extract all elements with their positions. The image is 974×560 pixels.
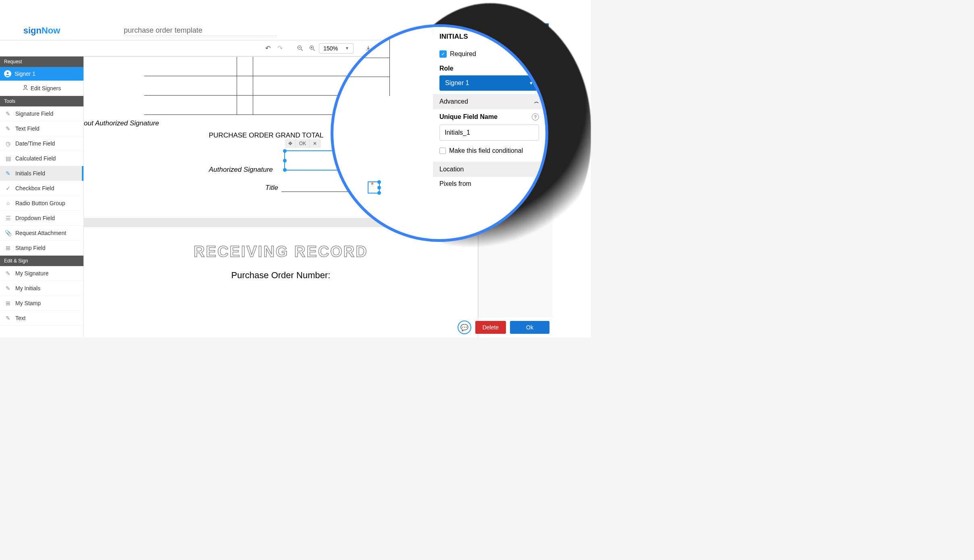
logo: signNow <box>0 25 83 36</box>
tool-label: Dropdown Field <box>15 215 55 221</box>
field-ok-button[interactable]: OK <box>296 139 310 148</box>
tool-label: Radio Button Group <box>15 200 65 206</box>
zoom-select[interactable]: 150% ▼ <box>319 43 354 54</box>
required-checkbox[interactable]: ✓ <box>439 50 447 58</box>
signer-chip[interactable]: Signer 1 <box>0 67 83 81</box>
editsign-my-signature[interactable]: ✎My Signature <box>0 266 83 281</box>
chevron-up-icon: ︿ <box>534 98 539 105</box>
tool-initials-field[interactable]: ✎Initials Field <box>0 166 83 181</box>
check-icon: ✓ <box>5 185 11 192</box>
edit-signers-label: Edit Signers <box>31 85 61 92</box>
zoom-in-button[interactable] <box>307 43 317 54</box>
field-close-button[interactable]: ✕ <box>310 139 321 148</box>
pixels-from-label: Pixels from <box>433 177 545 189</box>
tool-label: Request Attachment <box>15 230 66 236</box>
chat-button[interactable]: 💬 <box>458 321 471 334</box>
tool-dropdown-field[interactable]: ☰Dropdown Field <box>0 211 83 226</box>
editsign-label: My Signature <box>15 270 48 277</box>
advanced-section-toggle[interactable]: Advanced ︿ <box>433 94 545 109</box>
resize-handle[interactable] <box>283 149 287 153</box>
field-floating-toolbar: ✥ OK ✕ <box>285 139 321 148</box>
editsign-label: My Stamp <box>15 300 41 306</box>
tool-datetime-field[interactable]: ◷Date/Time Field <box>0 136 83 151</box>
document-title-input[interactable]: purchase order template <box>124 25 277 36</box>
logo-part1: sign <box>23 25 42 35</box>
po-number-label: Purchase Order Number: <box>84 270 478 281</box>
tool-label: Calculated Field <box>15 155 56 162</box>
tool-calculated-field[interactable]: ▤Calculated Field <box>0 151 83 166</box>
tool-label: Date/Time Field <box>15 140 55 147</box>
section-editsign: Edit & Sign <box>0 256 83 266</box>
magnified-field-box: * <box>368 181 380 194</box>
role-value: Signer 1 <box>445 79 469 87</box>
undo-button[interactable]: ↶ <box>262 43 273 54</box>
tool-label: Text Field <box>15 125 40 132</box>
editsign-label: Text <box>15 315 26 321</box>
pen-icon: ✎ <box>5 110 11 117</box>
conditional-checkbox[interactable] <box>439 148 446 154</box>
svg-line-4 <box>313 49 314 51</box>
initials-icon: ✎ <box>5 170 11 177</box>
move-handle-icon[interactable]: ✥ <box>285 139 296 148</box>
tool-label: Signature Field <box>15 110 53 117</box>
receiving-record-heading: RECEIVING RECORD <box>84 243 478 260</box>
doc-text-auth-partial: out Authorized Signature <box>84 119 159 127</box>
ok-button[interactable]: Ok <box>510 321 549 334</box>
role-select[interactable]: Signer 1 ▼ <box>439 75 539 91</box>
tool-request-attachment[interactable]: 📎Request Attachment <box>0 226 83 241</box>
zoom-out-button[interactable] <box>295 43 305 54</box>
doc-auth-sig-label: Authorized Signature <box>209 166 273 173</box>
resize-handle[interactable] <box>283 159 287 162</box>
stamp-icon: ⊞ <box>5 300 11 306</box>
doc-title-label: Title <box>265 184 278 192</box>
person-icon <box>4 70 11 77</box>
tool-label: Stamp Field <box>15 245 46 251</box>
conditional-row[interactable]: Make this field conditional <box>433 143 545 158</box>
edit-signers-button[interactable]: Edit Signers <box>0 81 83 96</box>
redo-button[interactable]: ↷ <box>275 43 285 54</box>
conditional-label: Make this field conditional <box>449 147 523 154</box>
attachment-icon: 📎 <box>5 230 11 236</box>
unique-name-input[interactable] <box>439 125 539 141</box>
zoom-value: 150% <box>323 45 338 52</box>
location-section-toggle[interactable]: Location <box>433 162 545 177</box>
pen-icon: ✎ <box>5 285 11 291</box>
tool-label: Checkbox Field <box>15 185 54 192</box>
required-label: Required <box>450 50 476 58</box>
svg-line-1 <box>301 49 302 51</box>
tool-stamp-field[interactable]: ⊞Stamp Field <box>0 241 83 256</box>
chevron-down-icon: ▼ <box>529 81 533 85</box>
info-icon[interactable]: ? <box>532 113 539 121</box>
calculator-icon: ▤ <box>5 155 11 162</box>
delete-button[interactable]: Delete <box>475 321 506 334</box>
tool-label: Initials Field <box>15 170 45 177</box>
editsign-label: My Initials <box>15 285 40 291</box>
dropdown-icon: ☰ <box>5 215 11 221</box>
bottom-actions: 💬 Delete Ok <box>454 317 553 337</box>
location-label: Location <box>439 166 464 173</box>
pen-icon: ✎ <box>5 270 11 277</box>
svg-point-8 <box>24 85 27 87</box>
doc-grand-total: PURCHASE ORDER GRAND TOTAL <box>209 131 323 139</box>
resize-handle[interactable] <box>283 168 287 172</box>
unique-name-label: Unique Field Name <box>439 113 497 121</box>
editsign-text[interactable]: ✎Text <box>0 311 83 326</box>
section-tools: Tools <box>0 96 83 106</box>
advanced-label: Advanced <box>439 98 468 105</box>
logo-part2: Now <box>42 25 60 35</box>
signer-label: Signer 1 <box>15 71 35 77</box>
tool-radio-group[interactable]: ○Radio Button Group <box>0 196 83 211</box>
editsign-my-initials[interactable]: ✎My Initials <box>0 281 83 296</box>
sidebar: Request Signer 1 Edit Signers Tools ✎Sig… <box>0 56 83 337</box>
doc-auth-signature-row: Authorized Signature <box>209 166 273 174</box>
magnifier-overlay: INITIALS ✓ Required Role Signer 1 ▼ Adva… <box>331 24 548 242</box>
section-request: Request <box>0 56 83 67</box>
text-icon: ✎ <box>5 125 11 132</box>
stamp-icon: ⊞ <box>5 245 11 251</box>
chevron-down-icon: ▼ <box>345 46 349 50</box>
tool-checkbox-field[interactable]: ✓Checkbox Field <box>0 181 83 196</box>
editsign-my-stamp[interactable]: ⊞My Stamp <box>0 296 83 311</box>
clock-icon: ◷ <box>5 140 11 147</box>
tool-signature-field[interactable]: ✎Signature Field <box>0 106 83 121</box>
tool-text-field[interactable]: ✎Text Field <box>0 121 83 136</box>
